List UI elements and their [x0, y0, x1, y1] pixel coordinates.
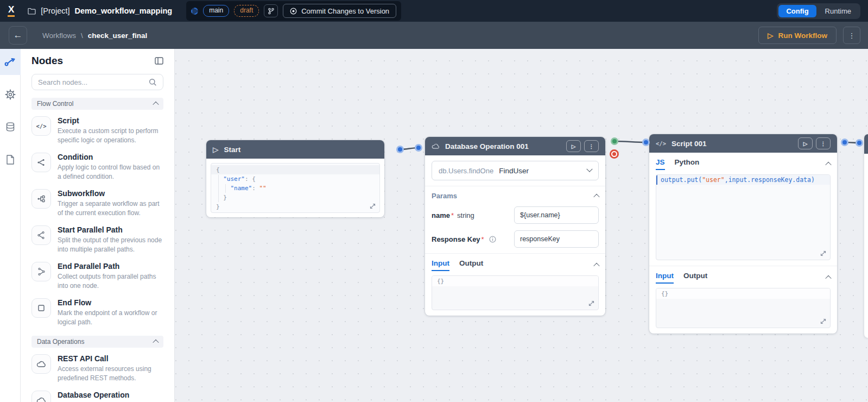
search-box — [31, 74, 163, 90]
tab-python[interactable]: Python — [675, 158, 700, 170]
cloud-icon — [31, 391, 51, 402]
section-flow-control[interactable]: Flow Control — [31, 98, 163, 110]
field-row-name: name*string — [432, 206, 599, 224]
nodes-panel-title: Nodes — [31, 55, 63, 67]
run-workflow-button[interactable]: ▷ Run Workflow — [758, 27, 837, 44]
script-input-preview[interactable]: {} — [656, 288, 831, 328]
tab-runtime[interactable]: Runtime — [818, 5, 859, 17]
left-icon-rail — [0, 49, 21, 402]
cloud-icon — [31, 354, 51, 374]
database-input-port[interactable] — [415, 144, 422, 152]
database-icon — [5, 122, 16, 133]
tab-input[interactable]: Input — [432, 259, 449, 271]
breadcrumb-root[interactable]: Workflows — [42, 32, 76, 40]
tab-output[interactable]: Output — [459, 259, 483, 271]
folder-icon — [28, 8, 36, 15]
script-language-tabs: JS Python — [656, 158, 831, 170]
expand-icon[interactable] — [820, 318, 826, 324]
cloud-icon — [432, 143, 440, 149]
version-control-group: main draft Commit Changes to Version — [186, 1, 401, 21]
node-item-end-flow[interactable]: End Flow Mark the endpoint of a workflow… — [31, 298, 163, 328]
chevron-up-icon — [593, 193, 599, 199]
db-method-select[interactable]: db.Users.findOne FindUser — [432, 161, 599, 180]
node-run-button[interactable]: ▷ — [566, 140, 581, 152]
rail-item-settings[interactable] — [0, 81, 21, 108]
db-input-preview[interactable]: {} — [432, 275, 599, 310]
expand-icon[interactable] — [370, 203, 376, 209]
tab-output[interactable]: Output — [683, 272, 707, 284]
script-output-port[interactable] — [841, 139, 848, 146]
response-key-input[interactable] — [514, 230, 599, 248]
project-title: [Project] Demo_workflow_mapping — [28, 7, 172, 15]
node-item-condition[interactable]: Condition Apply logic to control flow ba… — [31, 153, 163, 183]
workflow-icon — [4, 57, 16, 67]
chevron-up-icon[interactable] — [593, 263, 599, 269]
rail-item-database[interactable] — [0, 114, 21, 140]
node-item-rest-api-call[interactable]: REST API Call Access external resources … — [31, 354, 163, 384]
start-node[interactable]: ▷ Start { "user": { "name": "" } } — [206, 140, 384, 217]
script-node[interactable]: </> Script 001 ▷ ⋮ JS Python output.put(… — [649, 134, 837, 334]
field-row-response-key: Response Key* — [432, 230, 599, 248]
rail-item-workflow[interactable] — [0, 49, 21, 75]
subworkflow-icon — [31, 189, 51, 209]
tab-config[interactable]: Config — [778, 5, 816, 17]
chevron-up-icon[interactable] — [825, 275, 831, 281]
database-success-port[interactable] — [611, 137, 618, 145]
script-code-editor[interactable]: output.put("user",input.responseKey.data… — [656, 174, 831, 260]
node-item-subworkflow[interactable]: Subworkflow Trigger a separate workflow … — [31, 189, 163, 219]
section-data-operations[interactable]: Data Operations — [31, 336, 163, 348]
commit-icon — [290, 8, 297, 15]
play-icon: ▷ — [768, 31, 773, 40]
next-node-input-port[interactable] — [856, 139, 863, 147]
script-input-port[interactable] — [642, 139, 650, 146]
toolbar-menu-button[interactable]: ⋮ — [843, 27, 860, 44]
node-menu-button[interactable]: ⋮ — [584, 140, 599, 152]
draft-badge[interactable]: draft — [234, 5, 259, 17]
tab-input[interactable]: Input — [656, 272, 674, 284]
script-node-header[interactable]: </> Script 001 ▷ ⋮ — [649, 134, 837, 153]
script-io-tabs: Input Output — [656, 272, 831, 284]
play-icon: ▷ — [213, 145, 218, 154]
back-button[interactable]: ← — [9, 26, 27, 45]
commit-changes-button[interactable]: Commit Changes to Version — [283, 4, 396, 18]
node-item-end-parallel-path[interactable]: End Parallel Path Collect outputs from p… — [31, 262, 163, 292]
chevron-up-icon — [153, 340, 159, 346]
node-item-database-operation[interactable]: Database Operation Persist and retrieve … — [31, 391, 163, 402]
node-run-button[interactable]: ▷ — [798, 137, 813, 149]
expand-icon[interactable] — [820, 250, 826, 256]
branch-badge[interactable]: main — [203, 5, 229, 17]
top-header: X [Project] Demo_workflow_mapping main d… — [0, 0, 868, 22]
condition-icon — [31, 153, 51, 172]
database-error-port[interactable] — [610, 149, 619, 159]
project-label: [Project] — [41, 7, 69, 15]
database-operation-node[interactable]: Database Operation 001 ▷ ⋮ db.Users.find… — [425, 137, 605, 316]
app-logo: X — [8, 5, 15, 17]
nodes-panel: Nodes Flow Control </> Script Execute a … — [21, 49, 175, 402]
database-node-title: Database Operation 001 — [445, 142, 529, 150]
tab-js[interactable]: JS — [656, 158, 665, 170]
git-branch-button[interactable] — [264, 4, 278, 17]
name-field-input[interactable] — [514, 206, 599, 224]
database-node-header[interactable]: Database Operation 001 ▷ ⋮ — [425, 137, 605, 155]
sync-status-icon — [191, 8, 198, 15]
info-icon[interactable] — [489, 236, 496, 243]
code-icon: </> — [656, 140, 666, 147]
node-menu-button[interactable]: ⋮ — [816, 137, 831, 149]
collapse-panel-icon[interactable] — [155, 57, 163, 65]
breadcrumb-separator: \ — [81, 32, 83, 40]
node-item-start-parallel-path[interactable]: Start Parallel Path Split the output of … — [31, 225, 163, 255]
offscreen-node-edge[interactable] — [864, 134, 868, 338]
params-section-header[interactable]: Params — [432, 192, 599, 200]
start-parallel-path-icon — [31, 225, 51, 245]
search-input[interactable] — [38, 78, 149, 86]
rail-item-files[interactable] — [0, 147, 21, 173]
mode-switch: Config Runtime — [777, 3, 860, 19]
script-icon: </> — [31, 116, 51, 136]
start-json-editor[interactable]: { "user": { "name": "" } } — [211, 163, 380, 213]
node-item-script[interactable]: </> Script Execute a custom script to pe… — [31, 116, 163, 146]
expand-icon[interactable] — [588, 300, 594, 306]
start-node-header[interactable]: ▷ Start — [206, 140, 384, 159]
workflow-canvas[interactable]: ▷ Start { "user": { "name": "" } } — [175, 49, 868, 402]
chevron-up-icon[interactable] — [825, 162, 831, 168]
start-output-port[interactable] — [396, 146, 404, 153]
